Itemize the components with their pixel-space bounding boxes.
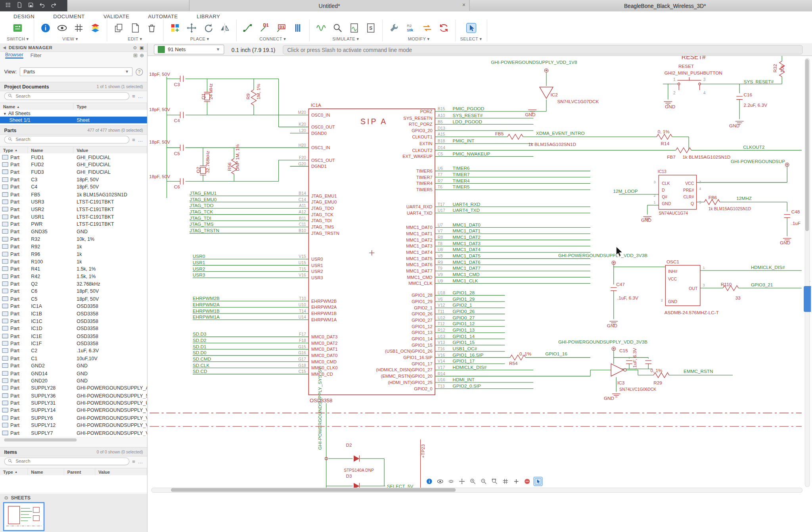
part-row-r96[interactable]: PartR961k xyxy=(0,250,147,258)
part-row-pwr[interactable]: PartPWRLTST-C191TBKT xyxy=(0,221,147,228)
part-row-fud3[interactable]: PartFUD3GHI_FIDUCIAL xyxy=(0,168,147,176)
net-label[interactable]: SD.D3 xyxy=(193,331,207,336)
net-label[interactable]: TIMER4 xyxy=(453,178,470,183)
component-label[interactable]: MMC0_DAT3 xyxy=(311,334,337,339)
component-label[interactable]: 32.768kHz xyxy=(205,151,210,173)
component-label[interactable]: .1uF, 6.3V xyxy=(617,295,638,300)
component-label[interactable]: GPIO1_17 xyxy=(412,361,432,366)
component-label[interactable]: ASDMB-24.576MHZ-LC-T xyxy=(665,310,719,315)
pan-icon[interactable] xyxy=(457,477,467,486)
component-label[interactable]: Q# xyxy=(662,195,667,199)
mirror-icon[interactable] xyxy=(218,21,231,35)
resistor-symbol[interactable] xyxy=(508,134,523,139)
part-row-gnd20[interactable]: PartGND20GND xyxy=(0,377,147,384)
component-label[interactable]: 18pF, 50V xyxy=(149,107,170,112)
net-label[interactable]: SD.CD xyxy=(193,369,207,374)
component-label[interactable]: Q1 xyxy=(201,93,206,100)
menu-tab-document[interactable]: DOCUMENT xyxy=(53,13,85,19)
component-label[interactable]: USR1 xyxy=(311,263,323,268)
component-label[interactable]: FB6 xyxy=(709,195,717,200)
pin-number[interactable]: V15 xyxy=(299,254,306,259)
part-row-ic1b[interactable]: PartIC1BOSD3358 xyxy=(0,310,147,317)
net-label[interactable]: USR3 xyxy=(193,272,205,277)
net-label-icon[interactable]: D1 xyxy=(274,21,288,35)
component-label[interactable]: GPIO1_16.SIP xyxy=(403,355,432,360)
pin-panel-icon[interactable]: ⊞ xyxy=(133,52,138,58)
add-part-icon[interactable] xyxy=(168,21,182,35)
pin-number[interactable]: A10 xyxy=(438,113,445,118)
component-label[interactable]: R56 xyxy=(227,162,232,171)
diode-symbol[interactable] xyxy=(354,455,359,462)
replace-icon[interactable] xyxy=(437,21,450,35)
document-row-sheet-1-1[interactable]: Sheet 1/1Sheet xyxy=(0,117,147,123)
component-label[interactable]: EHRPWM2B xyxy=(311,299,337,303)
component-label[interactable]: GPIO1_13 xyxy=(412,330,432,335)
resistor-symbol[interactable] xyxy=(653,373,669,378)
component-label[interactable]: GPIO1_12 xyxy=(412,324,432,329)
component-label[interactable]: OUT xyxy=(689,286,698,291)
pin-number[interactable]: C11 xyxy=(299,222,306,227)
parts-scrollbar[interactable] xyxy=(4,438,77,442)
net-label[interactable]: GPIO1_14 xyxy=(453,334,475,339)
sip-a-title[interactable]: SIP A xyxy=(360,117,387,126)
pin-number[interactable]: 4 xyxy=(699,187,701,191)
pin-number[interactable]: V7 xyxy=(438,229,443,233)
component-label[interactable]: FB5 xyxy=(495,131,504,136)
component-label[interactable]: C6 xyxy=(174,184,180,189)
section-header-parts[interactable]: Parts 477 of 477 shown (0 selected) xyxy=(0,125,147,135)
pin-number[interactable]: U8 xyxy=(438,248,443,252)
component-label[interactable]: 1k BLM15AG102SN1D xyxy=(528,142,576,147)
component-label[interactable]: MMC0_CMD xyxy=(311,359,337,364)
component-label[interactable]: JTAG_TMS xyxy=(311,225,334,229)
zoom-fit-icon[interactable] xyxy=(490,477,500,486)
zoom-out-icon[interactable] xyxy=(479,477,488,486)
component-label[interactable]: PRE# xyxy=(683,188,694,192)
pin-number[interactable]: V16 xyxy=(438,353,445,357)
component-label[interactable]: .1uF xyxy=(791,221,801,226)
component-label[interactable]: PORZ xyxy=(420,109,433,114)
pin-number[interactable]: V16 xyxy=(299,273,306,277)
select-cursor-icon[interactable] xyxy=(464,21,478,35)
component-label[interactable]: UART4_TXD xyxy=(407,211,433,215)
column-header-type[interactable]: Type xyxy=(73,103,147,110)
component-label[interactable]: GHI2_MINI_PUSHBUTTON xyxy=(665,70,722,75)
component-label[interactable]: JTAG_TDI xyxy=(311,218,332,223)
gate-symbol[interactable] xyxy=(611,364,623,376)
component-label[interactable]: R110 xyxy=(721,282,732,287)
pin-number[interactable]: V13 xyxy=(438,340,445,345)
view-dropdown[interactable]: Parts ▼ xyxy=(20,67,132,76)
part-row-ic1d[interactable]: PartIC1DOSD3358 xyxy=(0,325,147,332)
component-label[interactable]: EHRPWM2A xyxy=(311,305,337,309)
component-label[interactable]: MMC1_CMD xyxy=(407,275,433,280)
column-header-value[interactable]: Value xyxy=(95,469,147,476)
component-label[interactable]: GND xyxy=(607,323,617,328)
schematic-canvas[interactable]: IC1ASIP AOSD3358M20OSC0_INK20OSC0_OUTL20… xyxy=(147,56,812,532)
component-label[interactable]: OSC1_OUT xyxy=(311,158,335,163)
pin-number[interactable]: 1 xyxy=(673,77,676,82)
pin-number[interactable]: U17 xyxy=(438,208,445,213)
part-row-ic1e[interactable]: PartIC1EOSD3358 xyxy=(0,332,147,340)
component-label[interactable]: MMC1_DAT6 xyxy=(406,262,432,267)
pushbutton-symbol[interactable] xyxy=(699,83,701,85)
component-label[interactable]: MMC1_DAT4 xyxy=(406,250,432,255)
bus-icon[interactable] xyxy=(291,21,304,35)
menu-tab-design[interactable]: DESIGN xyxy=(13,13,34,19)
pin-number[interactable]: T10 xyxy=(299,296,306,301)
component-label[interactable]: OSC0_IN xyxy=(311,113,330,117)
menu-tab-library[interactable]: LIBRARY xyxy=(197,13,220,19)
component-label[interactable]: IC13 xyxy=(658,169,666,174)
documents-search-box[interactable] xyxy=(4,92,129,100)
wrench-icon[interactable] xyxy=(387,21,400,35)
net-label[interactable]: JTAG_TMS xyxy=(190,221,214,227)
pin-number[interactable]: R8 xyxy=(438,235,443,240)
sip-a-ref[interactable]: IC1A xyxy=(311,102,321,108)
component-label[interactable]: Q xyxy=(691,202,694,206)
component-label[interactable]: GPIO2_0 xyxy=(414,386,432,391)
ribbon-group-label-view[interactable]: VIEW ▾ xyxy=(62,36,78,41)
pin-number[interactable]: C5 xyxy=(438,152,443,156)
component-label[interactable]: GPIO2_1 xyxy=(414,305,432,310)
component-label[interactable]: JTAG_EMU0 xyxy=(311,200,337,204)
component-label[interactable]: TIMER4 xyxy=(416,181,433,186)
ribbon-group-label-simulate[interactable]: SIMULATE ▾ xyxy=(332,36,359,41)
net-label[interactable]: TIMER7 xyxy=(453,172,470,177)
